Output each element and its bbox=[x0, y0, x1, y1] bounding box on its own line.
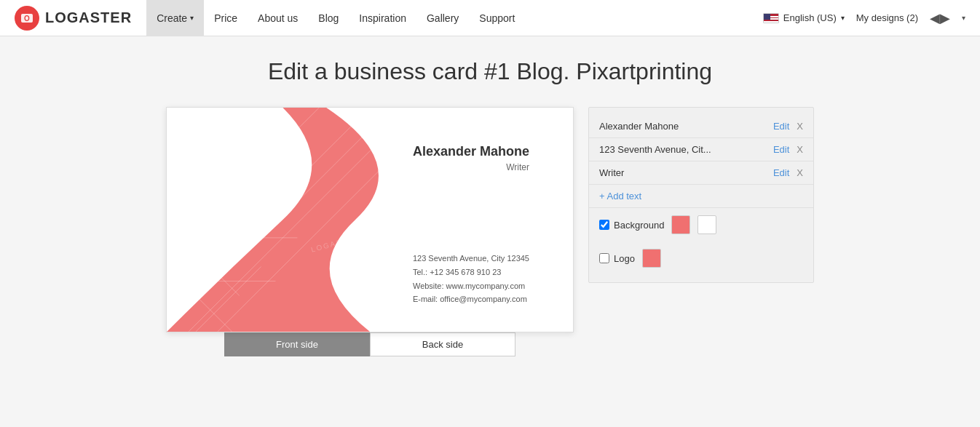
language-selector[interactable]: English (US) ▾ bbox=[763, 12, 845, 23]
card-person-name: Alexander Mahone bbox=[413, 144, 529, 159]
card-container: LOGASTER LOGASTER LOGASTER Alexander Mah… bbox=[166, 107, 574, 356]
nav-price[interactable]: Price bbox=[204, 0, 248, 36]
tab-front-side[interactable]: Front side bbox=[224, 332, 370, 356]
logo-option-row: Logo bbox=[589, 242, 813, 275]
us-flag-icon bbox=[763, 13, 779, 23]
nav-gallery[interactable]: Gallery bbox=[416, 0, 469, 36]
card-email: E-mail: office@mycompany.com bbox=[413, 292, 529, 306]
navbar: O LOGASTER Create ▾ Price About us Blog … bbox=[0, 0, 980, 36]
chevron-down-icon: ▾ bbox=[190, 14, 194, 22]
logo-text: LOGASTER bbox=[45, 9, 132, 26]
remove-name-button[interactable]: X bbox=[797, 121, 803, 132]
edit-writer-link[interactable]: Edit bbox=[773, 167, 789, 178]
nav-right: English (US) ▾ My designs (2) ◀▶ ▾ bbox=[763, 10, 965, 26]
nav-inspiration[interactable]: Inspiration bbox=[349, 0, 416, 36]
logo[interactable]: O LOGASTER bbox=[15, 6, 132, 31]
text-item-address: 123 Seventh Avenue, Cit... Edit X bbox=[589, 138, 813, 161]
user-icon[interactable]: ◀▶ bbox=[930, 10, 950, 26]
logo-color-swatch[interactable] bbox=[642, 249, 661, 268]
background-color-swatch-coral[interactable] bbox=[671, 215, 690, 234]
card-contact-info: 123 Seventh Avenue, City 12345 Tel.: +12… bbox=[413, 252, 529, 306]
add-text-button[interactable]: + Add text bbox=[589, 185, 813, 208]
business-card: LOGASTER LOGASTER LOGASTER Alexander Mah… bbox=[166, 107, 574, 332]
nav-create[interactable]: Create ▾ bbox=[146, 0, 204, 36]
text-item-writer: Writer Edit X bbox=[589, 161, 813, 185]
background-option-row: Background bbox=[589, 208, 813, 242]
text-item-name: Alexander Mahone Edit X bbox=[589, 115, 813, 138]
page-title: Edit a business card #1 Blog. Pixartprin… bbox=[15, 58, 965, 85]
editor-area: LOGASTER LOGASTER LOGASTER Alexander Mah… bbox=[15, 107, 965, 356]
logo-checkbox[interactable] bbox=[599, 253, 609, 263]
logo-label: Logo bbox=[599, 253, 635, 264]
main-content: Edit a business card #1 Blog. Pixartprin… bbox=[0, 36, 980, 427]
edit-name-link[interactable]: Edit bbox=[773, 121, 789, 132]
card-website: Website: www.mycompany.com bbox=[413, 279, 529, 293]
text-item-label-name: Alexander Mahone bbox=[599, 121, 767, 132]
chevron-down-icon: ▾ bbox=[962, 14, 965, 22]
card-tabs: Front side Back side bbox=[224, 332, 515, 356]
card-name-area: Alexander Mahone Writer bbox=[413, 144, 529, 172]
nav-menu: Create ▾ Price About us Blog Inspiration… bbox=[146, 0, 763, 36]
remove-writer-button[interactable]: X bbox=[797, 167, 803, 178]
edit-address-link[interactable]: Edit bbox=[773, 144, 789, 155]
logo-icon: O bbox=[15, 6, 39, 31]
tab-back-side[interactable]: Back side bbox=[370, 332, 515, 356]
background-color-swatch-white[interactable] bbox=[698, 215, 716, 234]
text-item-label-writer: Writer bbox=[599, 167, 767, 178]
card-address: 123 Seventh Avenue, City 12345 bbox=[413, 252, 529, 266]
card-job-title: Writer bbox=[413, 162, 529, 172]
nav-blog[interactable]: Blog bbox=[308, 0, 349, 36]
remove-address-button[interactable]: X bbox=[797, 144, 803, 155]
card-tel: Tel.: +12 345 678 910 23 bbox=[413, 266, 529, 279]
nav-support[interactable]: Support bbox=[469, 0, 525, 36]
right-panel: Alexander Mahone Edit X 123 Seventh Aven… bbox=[588, 107, 814, 283]
nav-about[interactable]: About us bbox=[248, 0, 308, 36]
svg-text:O: O bbox=[24, 15, 30, 23]
background-checkbox[interactable] bbox=[599, 220, 609, 230]
my-designs-link[interactable]: My designs (2) bbox=[856, 12, 918, 23]
text-item-label-address: 123 Seventh Avenue, Cit... bbox=[599, 144, 767, 155]
background-label: Background bbox=[599, 220, 664, 231]
chevron-down-icon: ▾ bbox=[841, 14, 845, 22]
